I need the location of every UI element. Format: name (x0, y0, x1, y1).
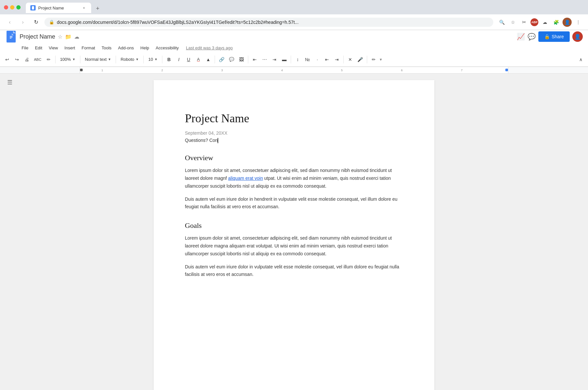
docs-cloud-icon[interactable]: ☁ (74, 34, 79, 40)
align-center-button[interactable]: ⋯ (260, 54, 269, 65)
numbered-list-button[interactable]: № (303, 54, 312, 65)
menu-accessibility[interactable]: Accessibility (153, 44, 182, 52)
edit-dropdown-arrow[interactable]: ▼ (379, 58, 383, 61)
doc-date: September 04, 20XX (185, 130, 403, 136)
bookmark-icon[interactable]: ☆ (508, 18, 517, 27)
voice-typing-button[interactable]: 🎤 (355, 54, 365, 65)
share-lock-icon: 🔒 (544, 34, 550, 39)
font-value: Roboto (121, 57, 134, 62)
browser-profile-avatar[interactable]: 👤 (563, 18, 572, 27)
clear-format-button[interactable]: ✕ (346, 54, 355, 65)
paint-format-button[interactable]: ✏ (44, 54, 53, 65)
align-left-button[interactable]: ⇤ (250, 54, 259, 65)
link-button[interactable]: 🔗 (217, 54, 226, 65)
toolbar-separator-5 (162, 56, 162, 63)
spell-check-button[interactable]: ABC (32, 54, 43, 65)
bulleted-list-button[interactable]: ∙ (313, 54, 322, 65)
goals-paragraph-2[interactable]: Duis autem vel eum iriure dolor in vulpu… (185, 263, 403, 279)
align-right-button[interactable]: ⇥ (270, 54, 279, 65)
indent-less-button[interactable]: ⇤ (322, 54, 332, 65)
ruler-tick-4: 4 (281, 69, 283, 72)
docs-star-icon[interactable]: ☆ (58, 34, 62, 40)
ruler-right-indent[interactable] (505, 69, 508, 71)
line-spacing-button[interactable]: ↕ (293, 54, 302, 65)
toolbar-collapse-button[interactable]: ∧ (576, 54, 585, 65)
refresh-button[interactable]: ↻ (31, 18, 41, 27)
lock-icon: 🔒 (49, 20, 54, 25)
align-justify-button[interactable]: ▬ (280, 54, 289, 65)
docs-profile-avatar[interactable]: 👤 (572, 31, 583, 42)
search-icon[interactable]: 🔍 (497, 18, 506, 27)
scissors-icon[interactable]: ✂ (519, 18, 529, 27)
undo-button[interactable]: ↩ (3, 54, 12, 65)
docs-trend-button[interactable]: 📈 (517, 33, 525, 41)
browser-menu-icon[interactable]: ⋮ (574, 18, 583, 27)
print-button[interactable]: 🖨 (22, 54, 31, 65)
minimize-traffic-light[interactable] (10, 5, 14, 9)
toolbar-separator-2 (80, 56, 80, 63)
highlight-button[interactable]: ▲ (204, 54, 213, 65)
forward-button[interactable]: › (18, 18, 27, 27)
zoom-dropdown[interactable]: 100% ▼ (57, 54, 78, 65)
menu-format[interactable]: Format (78, 44, 98, 52)
docs-document-title[interactable]: Project Name (20, 33, 55, 40)
font-size-dropdown[interactable]: 10 ▼ (146, 54, 160, 65)
docs-folder-icon[interactable]: 📁 (65, 34, 72, 40)
overview-paragraph-2[interactable]: Duis autem vel eum iriure dolor in hendr… (185, 195, 403, 211)
overview-link[interactable]: aliquam erat voin (228, 176, 263, 181)
style-dropdown[interactable]: Normal text ▼ (82, 54, 114, 65)
extensions-icon[interactable]: 🧩 (551, 18, 561, 27)
docs-logo (5, 29, 17, 44)
toolbar-separator-1 (55, 56, 56, 63)
doc-sidebar-left: ☰ (0, 74, 20, 390)
bold-button[interactable]: B (164, 54, 173, 65)
active-tab[interactable]: Project Name × (26, 3, 91, 13)
font-size-dropdown-arrow: ▼ (154, 58, 157, 61)
maximize-traffic-light[interactable] (16, 5, 21, 9)
insert-comment-button[interactable]: 💬 (227, 54, 236, 65)
overview-paragraph-1[interactable]: Lorem ipsum dolor sit amet, consectetuer… (185, 167, 403, 190)
text-color-button[interactable]: A (194, 54, 203, 65)
menu-addons[interactable]: Add-ons (115, 44, 137, 52)
edit-pencil-button[interactable]: ✏ (369, 54, 378, 65)
close-traffic-light[interactable] (4, 5, 8, 9)
italic-button[interactable]: I (174, 54, 183, 65)
new-tab-button[interactable]: + (93, 4, 102, 13)
insert-image-button[interactable]: 🖼 (237, 54, 246, 65)
ruler-left-indent[interactable] (80, 69, 83, 71)
menu-tools[interactable]: Tools (98, 44, 115, 52)
menu-view[interactable]: View (45, 44, 61, 52)
svg-rect-4 (8, 33, 14, 40)
address-bar: ‹ › ↻ 🔒 docs.google.com/document/d/1olcn… (0, 14, 588, 30)
menu-edit[interactable]: Edit (32, 44, 45, 52)
menu-insert[interactable]: Insert (61, 44, 78, 52)
redo-button[interactable]: ↪ (12, 54, 22, 65)
doc-project-title[interactable]: Project Name (185, 111, 403, 125)
docs-title-row: Project Name ☆ 📁 ☁ 📈 💬 🔒 Share 👤 (0, 30, 588, 43)
menu-file[interactable]: File (18, 44, 32, 52)
style-dropdown-arrow: ▼ (108, 58, 111, 61)
doc-questions-text[interactable]: Questions? Con (185, 138, 403, 143)
doc-section-overview: Overview Lorem ipsum dolor sit amet, con… (185, 154, 403, 211)
text-cursor (218, 138, 218, 143)
doc-main[interactable]: Project Name September 04, 20XX Question… (20, 74, 568, 390)
toolbar-separator-10 (367, 56, 367, 63)
cloud-extension-icon[interactable]: ☁ (540, 18, 549, 27)
docs-share-button[interactable]: 🔒 Share (538, 31, 570, 42)
url-bar[interactable]: 🔒 docs.google.com/document/d/1olcn-5f897… (44, 18, 493, 27)
tab-close-button[interactable]: × (81, 5, 87, 10)
back-button[interactable]: ‹ (5, 18, 14, 27)
goals-paragraph-1[interactable]: Lorem ipsum dolor sit amet, consectetuer… (185, 234, 403, 258)
ruler-tick-1: 1 (102, 69, 103, 72)
adblock-icon[interactable]: ABP (531, 18, 538, 26)
underline-button[interactable]: U (184, 54, 193, 65)
toolbar-separator-9 (343, 56, 344, 63)
menu-help[interactable]: Help (137, 44, 153, 52)
toolbar-separator-6 (215, 56, 215, 63)
font-dropdown[interactable]: Roboto ▼ (118, 54, 141, 65)
toolbar-separator-4 (143, 56, 144, 63)
indent-more-button[interactable]: ⇥ (332, 54, 341, 65)
docs-comment-button[interactable]: 💬 (528, 33, 536, 41)
outline-icon[interactable]: ☰ (7, 79, 12, 86)
docs-top-actions: 📈 💬 🔒 Share 👤 (517, 31, 583, 42)
